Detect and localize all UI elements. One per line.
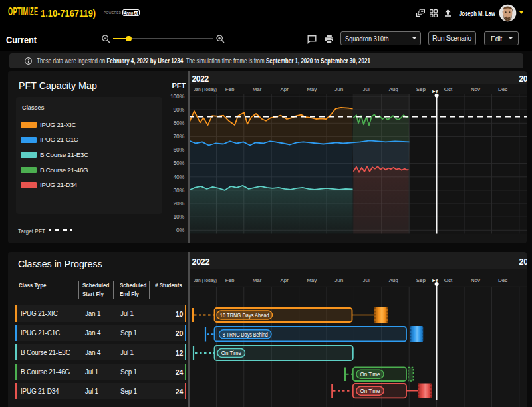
svg-text:Apr: Apr bbox=[280, 277, 289, 283]
svg-text:Jul: Jul bbox=[362, 86, 369, 92]
svg-text:Mar: Mar bbox=[252, 86, 261, 92]
svg-text:Oct: Oct bbox=[444, 86, 452, 92]
svg-text:FY: FY bbox=[432, 88, 438, 94]
svg-text:Feb: Feb bbox=[225, 277, 234, 283]
svg-text:May: May bbox=[307, 86, 317, 92]
svg-text:10 TRNG Days Ahead: 10 TRNG Days Ahead bbox=[219, 312, 269, 319]
svg-text:Sep: Sep bbox=[416, 86, 426, 92]
svg-text:Jan (Today): Jan (Today) bbox=[194, 86, 217, 92]
svg-text:Jul: Jul bbox=[362, 277, 369, 283]
svg-text:Feb: Feb bbox=[225, 86, 234, 92]
svg-text:Aug: Aug bbox=[388, 277, 398, 283]
svg-text:On Time: On Time bbox=[360, 388, 380, 394]
svg-text:Jan (Today): Jan (Today) bbox=[194, 277, 217, 283]
svg-text:Oct: Oct bbox=[444, 277, 452, 283]
svg-text:Sep: Sep bbox=[416, 277, 426, 283]
svg-text:Aug: Aug bbox=[388, 86, 398, 92]
svg-text:On Time: On Time bbox=[360, 371, 380, 378]
svg-text:Nov: Nov bbox=[470, 86, 479, 92]
svg-text:May: May bbox=[307, 277, 317, 283]
svg-text:8 TRNG Days Behind: 8 TRNG Days Behind bbox=[222, 331, 267, 338]
svg-text:Jun: Jun bbox=[334, 277, 343, 283]
svg-text:Mar: Mar bbox=[252, 277, 261, 283]
svg-text:Nov: Nov bbox=[470, 277, 479, 283]
svg-text:On Time: On Time bbox=[221, 350, 241, 356]
svg-text:Dec: Dec bbox=[497, 86, 507, 92]
svg-text:FY: FY bbox=[432, 277, 438, 283]
svg-text:Dec: Dec bbox=[497, 277, 507, 283]
svg-text:Jun: Jun bbox=[334, 86, 343, 92]
svg-text:Apr: Apr bbox=[280, 86, 289, 92]
